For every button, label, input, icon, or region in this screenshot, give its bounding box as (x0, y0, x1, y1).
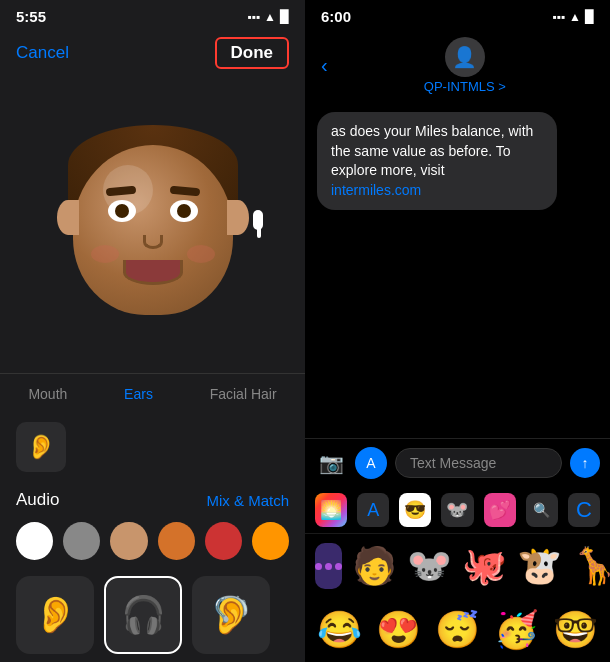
sticker-icon-sunglasses: 🤓 (553, 609, 598, 651)
ear-option-icon: 👂 (26, 433, 56, 461)
sticker-laugh-cry[interactable]: 😂 (315, 604, 364, 656)
search-app-icon[interactable]: 🔍 (526, 493, 558, 527)
ear-style-bare[interactable]: 👂 (16, 576, 94, 654)
airpod-stem (257, 226, 261, 238)
left-time: 5:55 (16, 8, 46, 25)
right-time: 6:00 (321, 8, 351, 25)
message-text: as does your Miles balance, with the sam… (331, 123, 533, 178)
sticker-icon-party: 🥳 (494, 609, 539, 651)
contact-name[interactable]: QP-INTMLS > (424, 79, 506, 94)
left-status-icons: ▪▪▪ ▲ ▉ (247, 10, 289, 24)
appstore-apps-icon: A (367, 500, 379, 521)
ear-options-row: 👂 (0, 414, 305, 480)
message-link[interactable]: intermiles.com (331, 182, 421, 198)
brow-right (169, 186, 200, 197)
more-icon: C (576, 497, 592, 523)
eye-left (108, 200, 136, 222)
message-bubble: as does your Miles balance, with the sam… (317, 112, 557, 210)
dot-3 (335, 563, 342, 570)
memoji-app-icon[interactable]: 😎 (399, 493, 431, 527)
sticker-mouse[interactable]: 🐭 (407, 540, 452, 592)
right-status-icons: ▪▪▪ ▲ ▉ (552, 10, 594, 24)
ear-left (57, 200, 79, 235)
message-area: as does your Miles balance, with the sam… (305, 102, 610, 438)
sticker-icon-mouse: 🐭 (407, 545, 452, 587)
done-button[interactable]: Done (215, 37, 290, 69)
camera-button[interactable]: 📷 (315, 447, 347, 479)
sticker-icon-laugh-cry: 😂 (317, 609, 362, 651)
battery-icon: ▉ (280, 10, 289, 24)
ear-style-earbud[interactable]: 🦻 (192, 576, 270, 654)
appstore-app-icon[interactable]: A (357, 493, 389, 527)
appstore-button[interactable]: A (355, 447, 387, 479)
search-icon: 🔍 (533, 502, 550, 518)
feature-tabs: Mouth Ears Facial Hair (0, 373, 305, 414)
sticker-icon-heart-eyes: 😍 (376, 609, 421, 651)
sticker-memoji-1[interactable]: 🧑 (352, 540, 397, 592)
more-app-icon[interactable]: C (568, 493, 600, 527)
animal-icon: 🐭 (446, 499, 468, 521)
swatch-orange-brown[interactable] (158, 522, 195, 560)
sticker-heart-eyes[interactable]: 😍 (374, 604, 423, 656)
sticker-octopus[interactable]: 🐙 (462, 540, 507, 592)
sticker-giraffe[interactable]: 🦒 (572, 540, 610, 592)
tab-ears[interactable]: Ears (116, 382, 161, 406)
sticker-row-1: 🧑 🐭 🐙 🐮 🦒 (305, 534, 610, 598)
ear-option-item[interactable]: 👂 (16, 422, 66, 472)
sticker-sunglasses[interactable]: 🤓 (551, 604, 600, 656)
memoji-avatar (63, 125, 243, 325)
right-header: ‹ 👤 QP-INTMLS > (305, 33, 610, 102)
hearts-app-icon[interactable]: 💕 (484, 493, 516, 527)
animal-app-icon[interactable]: 🐭 (441, 493, 473, 527)
ear-style-airpod[interactable]: 🎧 (104, 576, 182, 654)
sticker-sleep[interactable]: 😴 (433, 604, 482, 656)
swatch-orange[interactable] (252, 522, 289, 560)
dot-2 (325, 563, 332, 570)
swatch-white[interactable] (16, 522, 53, 560)
right-panel: 6:00 ▪▪▪ ▲ ▉ ‹ 👤 QP-INTMLS > as does you… (305, 0, 610, 662)
ear-earbud-icon: 🦻 (209, 594, 254, 636)
left-panel: 5:55 ▪▪▪ ▲ ▉ Cancel Done (0, 0, 305, 662)
back-button[interactable]: ‹ (321, 54, 328, 77)
emoji-apps-row: 🌅 A 😎 🐭 💕 🔍 C (305, 487, 610, 534)
audio-section: Audio Mix & Match (0, 480, 305, 514)
hearts-icon: 💕 (489, 499, 511, 521)
right-wifi-icon: ▲ (569, 10, 581, 24)
photos-app-icon[interactable]: 🌅 (315, 493, 347, 527)
nose (143, 235, 163, 249)
sticker-icon-cow: 🐮 (517, 545, 562, 587)
contact-info: 👤 QP-INTMLS > (336, 37, 594, 94)
sticker-row-2: 😂 😍 😴 🥳 🤓 (305, 598, 610, 662)
sticker-icon-1: 🧑 (352, 545, 397, 587)
right-battery-icon: ▉ (585, 10, 594, 24)
swatch-red[interactable] (205, 522, 242, 560)
send-button[interactable]: ↑ (570, 448, 600, 478)
right-signal-icon: ▪▪▪ (552, 10, 565, 24)
contact-avatar: 👤 (445, 37, 485, 77)
sticker-cow[interactable]: 🐮 (517, 540, 562, 592)
left-status-bar: 5:55 ▪▪▪ ▲ ▉ (0, 0, 305, 33)
tab-facial-hair[interactable]: Facial Hair (202, 382, 285, 406)
swatch-gray[interactable] (63, 522, 100, 560)
appstore-icon: A (366, 455, 375, 471)
camera-icon: 📷 (319, 451, 344, 475)
cancel-button[interactable]: Cancel (16, 43, 69, 63)
eye-right (170, 200, 198, 222)
photos-icon: 🌅 (320, 499, 342, 521)
mix-match-button[interactable]: Mix & Match (206, 492, 289, 509)
text-message-input[interactable]: Text Message (395, 448, 562, 478)
ear-bare-icon: 👂 (33, 594, 78, 636)
avatar-area (0, 77, 305, 373)
cheek-right (187, 245, 215, 263)
sticker-icon-giraffe: 🦒 (572, 545, 610, 587)
color-swatches (0, 514, 305, 568)
swatch-tan[interactable] (110, 522, 147, 560)
cheek-left (91, 245, 119, 263)
mouth (123, 260, 183, 285)
audio-label: Audio (16, 490, 59, 510)
tab-mouth[interactable]: Mouth (20, 382, 75, 406)
sticker-party[interactable]: 🥳 (492, 604, 541, 656)
sticker-icon-sleep: 😴 (435, 609, 480, 651)
ear-airpod-icon: 🎧 (121, 594, 166, 636)
more-stickers-button[interactable] (315, 543, 342, 589)
